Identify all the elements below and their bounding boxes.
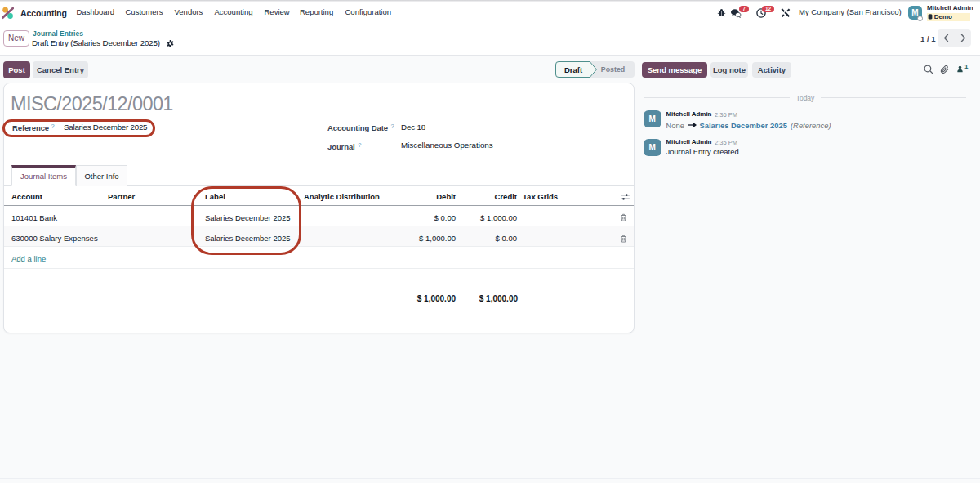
- svg-text:Draft: Draft: [564, 65, 583, 74]
